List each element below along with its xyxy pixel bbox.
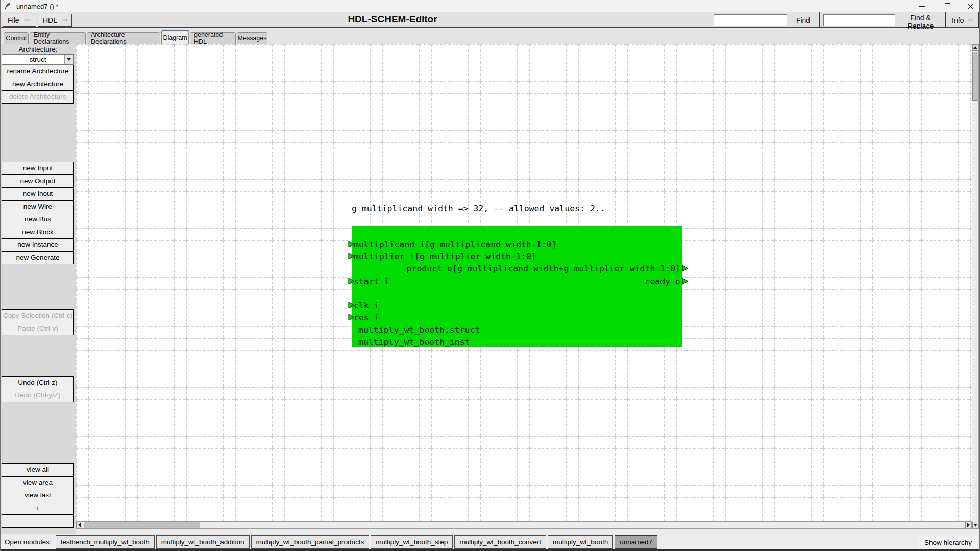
zoom-out-button[interactable]: - — [2, 514, 74, 528]
sidebar: Architecture: struct rename Architecture… — [1, 44, 76, 534]
tab-label: Messages — [238, 35, 267, 42]
minimize-icon — [919, 6, 925, 7]
minimize-button[interactable] — [913, 0, 930, 12]
tearoff-dash-icon — [968, 19, 973, 21]
combobox-arrow-button[interactable] — [64, 55, 73, 64]
find-replace-button[interactable]: Find & Replace — [897, 14, 944, 27]
new-generate-button[interactable]: new Generate — [2, 251, 74, 264]
new-bus-button[interactable]: new Bus — [2, 213, 74, 226]
scroll-right-button[interactable] — [965, 522, 971, 528]
port-res-i[interactable]: res_i — [354, 313, 379, 322]
menu-bar: File HDL HDL-SCHEM-Editor Find Find & Re… — [1, 12, 980, 28]
module-button-testbench-multiply-wt-booth[interactable]: testbench_multiply_wt_booth — [56, 535, 155, 549]
rename-architecture-button[interactable]: rename Architecture — [2, 65, 74, 78]
architecture-combobox[interactable]: struct — [2, 54, 74, 65]
file-menu[interactable]: File — [3, 14, 36, 27]
vertical-scrollbar-thumb[interactable] — [972, 52, 978, 101]
new-architecture-button[interactable]: new Architecture — [2, 78, 74, 91]
tab-entity-declarations[interactable]: Entity Declarations — [30, 32, 86, 44]
hdl-menu[interactable]: HDL — [38, 14, 72, 27]
module-button-multiply-wt-booth-partial-products[interactable]: multiply_wt_booth_partial_products — [251, 535, 370, 549]
port-start-i[interactable]: start_i — [354, 277, 389, 286]
paste-button[interactable]: Paste (Ctrl-v) — [2, 322, 74, 335]
view-area-button[interactable]: view area — [2, 476, 74, 489]
close-button[interactable] — [962, 0, 979, 12]
app-feather-icon — [4, 2, 11, 10]
close-icon — [968, 3, 974, 9]
port-ready-o[interactable]: ready_o — [645, 277, 680, 286]
scroll-up-button[interactable] — [972, 44, 978, 51]
find-input[interactable] — [714, 14, 787, 26]
tab-diagram[interactable]: Diagram — [161, 30, 189, 44]
generic-line: g_multiplicand_width => 32, -- allowed v… — [352, 204, 605, 214]
tearoff-dash-icon — [62, 19, 67, 21]
schematic-canvas[interactable]: g_multiplicand_width => 32, -- allowed v… — [76, 44, 972, 521]
new-output-button[interactable]: new Output — [2, 174, 74, 188]
module-button-multiply-wt-booth-step[interactable]: multiply_wt_booth_step — [371, 535, 453, 549]
chevron-down-icon — [67, 58, 71, 61]
port-arrow-icon[interactable] — [682, 265, 689, 272]
module-button-multiply-wt-booth-convert[interactable]: multiply_wt_booth_convert — [454, 535, 546, 549]
architecture-label: Architecture: — [1, 45, 76, 53]
app-title: HDL-SCHEM-Editor — [301, 14, 484, 25]
tab-control[interactable]: Control — [4, 32, 29, 44]
module-button-multiply-wt-booth[interactable]: multiply_wt_booth — [548, 535, 613, 549]
port-multiplier-i[interactable]: multiplier_i[g_multiplier_width-1:0] — [354, 252, 536, 261]
port-clk-i[interactable]: clk_i — [354, 300, 379, 310]
scroll-down-button[interactable] — [972, 522, 978, 528]
notebook-tab-bar: Control Entity Declarations Architecture… — [1, 29, 980, 44]
horizontal-scrollbar[interactable] — [76, 521, 972, 529]
find-replace-input[interactable] — [823, 14, 895, 26]
arrow-up-icon — [973, 46, 977, 49]
instance-block-multiply-wt-booth[interactable]: multiplicand_i[g_multiplicand_width-1:0]… — [352, 226, 682, 347]
open-modules-bar: Open modules: testbench_multiply_wt_boot… — [1, 534, 980, 551]
tab-generated-hdl[interactable]: generated HDL — [190, 32, 236, 44]
new-inout-button[interactable]: new Inout — [2, 187, 74, 201]
hdl-schem-editor-window: { "window": { "title": "unnamed7 () *", … — [0, 0, 980, 551]
tab-label: Control — [6, 35, 26, 42]
tab-label: Architecture Declarations — [91, 31, 156, 45]
arrow-left-icon — [78, 523, 81, 527]
new-wire-button[interactable]: new Wire — [2, 200, 74, 213]
new-instance-button[interactable]: new Instance — [2, 238, 74, 252]
port-arrow-icon[interactable] — [682, 278, 689, 285]
view-last-button[interactable]: view last — [2, 489, 74, 502]
tab-label: Entity Declarations — [34, 31, 82, 45]
instance-type-label[interactable]: multiply_wt_booth.struct — [358, 325, 480, 335]
port-multiplicand-i[interactable]: multiplicand_i[g_multiplicand_width-1:0] — [354, 240, 556, 249]
horizontal-scrollbar-thumb[interactable] — [84, 522, 200, 528]
vertical-scrollbar[interactable] — [972, 44, 979, 529]
module-button-unnamed7[interactable]: unnamed7 — [615, 535, 657, 549]
copy-selection-button[interactable]: Copy Selection (Ctrl-c) — [2, 309, 74, 322]
instance-name-label[interactable]: multiply_wt_booth_inst — [358, 337, 470, 347]
new-input-button[interactable]: new Input — [2, 162, 74, 175]
tab-architecture-declarations[interactable]: Architecture Declarations — [87, 32, 160, 44]
scroll-left-button[interactable] — [76, 522, 82, 528]
view-all-button[interactable]: view all — [2, 463, 74, 477]
info-menu-label: Info — [952, 16, 964, 24]
zoom-in-button[interactable]: + — [2, 502, 74, 515]
tearoff-dash-icon — [24, 19, 31, 21]
restore-button[interactable] — [938, 0, 955, 12]
arrow-right-icon — [967, 523, 970, 527]
port-product-o[interactable]: product_o[g_multiplicand_width+g_multipl… — [407, 264, 680, 273]
tab-label: generated HDL — [194, 31, 232, 45]
menubar-separator — [945, 12, 946, 27]
find-button[interactable]: Find — [789, 14, 817, 27]
info-menu[interactable]: Info — [947, 14, 978, 27]
show-hierarchy-button[interactable]: Show hierarchy — [919, 536, 977, 549]
restore-icon — [944, 5, 948, 9]
open-modules-label: Open modules: — [5, 538, 52, 546]
title-bar: unnamed7 () * — [1, 0, 980, 12]
menubar-separator — [978, 12, 979, 27]
new-block-button[interactable]: new Block — [2, 226, 74, 239]
redo-button[interactable]: Redo (Ctrl-y/Z) — [2, 389, 74, 402]
tab-messages[interactable]: Messages — [237, 32, 267, 44]
menubar-separator — [819, 12, 820, 27]
undo-button[interactable]: Undo (Ctrl-z) — [2, 376, 74, 389]
architecture-combobox-value: struct — [29, 56, 46, 63]
delete-architecture-button[interactable]: delete Architecture — [2, 90, 74, 104]
hdl-menu-label: HDL — [43, 16, 57, 24]
module-button-multiply-wt-booth-addition[interactable]: multiply_wt_booth_addition — [156, 535, 250, 549]
arrow-down-icon — [973, 524, 977, 527]
